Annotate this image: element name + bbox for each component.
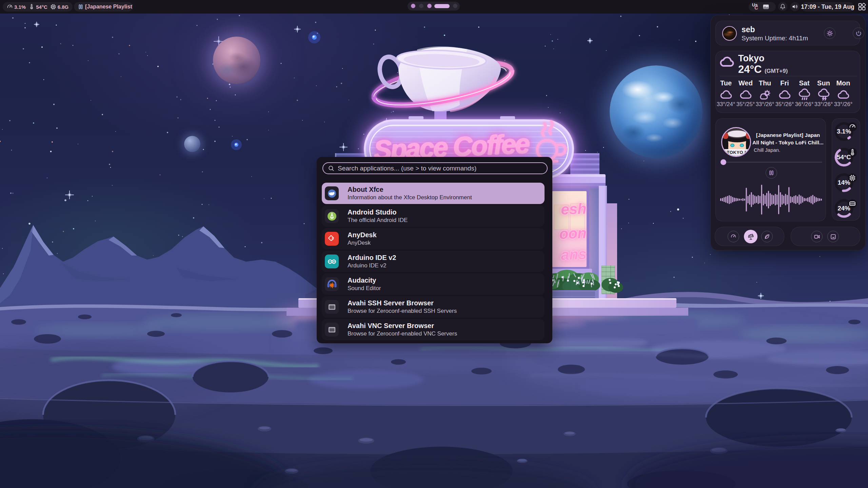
svg-text:3.1%: 3.1% bbox=[837, 128, 851, 135]
svg-text:54°C: 54°C bbox=[837, 154, 851, 161]
svg-text:24%: 24% bbox=[837, 205, 850, 212]
svg-text:14%: 14% bbox=[837, 179, 850, 186]
